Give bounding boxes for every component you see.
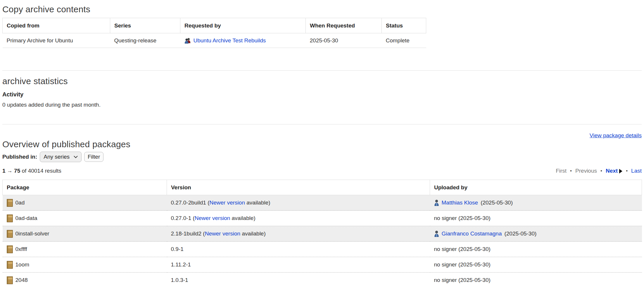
- person-icon: [434, 230, 439, 237]
- col-copied-from: Copied from: [3, 18, 110, 33]
- package-name: 0ad: [15, 200, 25, 206]
- series-select-value: Any series: [44, 154, 70, 160]
- filter-button[interactable]: Filter: [84, 152, 103, 162]
- upload-date: (2025-05-30): [458, 277, 491, 283]
- uploader-text: no signer: [434, 261, 457, 268]
- package-icon: [7, 245, 13, 253]
- uploader-text: no signer: [434, 246, 457, 252]
- col-when-requested: When Requested: [306, 18, 382, 33]
- package-row: 1oom 1.11.2-1 no signer (2025-05-30): [3, 257, 642, 273]
- package-icon: [7, 276, 13, 284]
- upload-date: (2025-05-30): [504, 230, 536, 237]
- copied-from-value: Primary Archive for Ubuntu: [3, 33, 110, 48]
- uploader-link[interactable]: Gianfranco Costamagna: [442, 230, 502, 237]
- col-package: Package: [3, 180, 167, 195]
- pagination-last[interactable]: Last: [631, 167, 642, 174]
- package-row: 0install-solver 2.18-1build2 (Newer vers…: [3, 226, 642, 242]
- pagination-separator: •: [570, 167, 572, 174]
- newer-version-link[interactable]: Newer version: [195, 215, 230, 221]
- uploader-link[interactable]: Matthias Klose: [442, 200, 478, 206]
- col-uploaded-by: Uploaded by: [430, 180, 642, 195]
- newer-version-link[interactable]: Newer version: [205, 230, 240, 237]
- person-icon: [434, 200, 439, 206]
- col-version: Version: [167, 180, 430, 195]
- package-row: 0ad 0.27.0-2build1 (Newer version availa…: [3, 195, 642, 211]
- packages-header-row: Package Version Uploaded by: [3, 180, 642, 195]
- copy-archive-header-row: Copied from Series Requested by When Req…: [3, 18, 426, 33]
- col-status: Status: [382, 18, 426, 33]
- col-series: Series: [110, 18, 180, 33]
- series-value: Questing-release: [110, 33, 180, 48]
- package-row: 0ad-data 0.27.0-1 (Newer version availab…: [3, 211, 642, 226]
- results-count: 1 → 75 of 40014 results: [2, 167, 61, 174]
- activity-text: 0 updates added during the past month.: [2, 101, 642, 108]
- series-select[interactable]: Any series: [40, 152, 82, 162]
- section-divider: [2, 124, 642, 124]
- team-icon: [184, 37, 191, 44]
- package-icon: [7, 199, 13, 207]
- activity-heading: Activity: [2, 91, 642, 98]
- archive-statistics-title: archive statistics: [2, 76, 642, 86]
- package-name: 0ad-data: [15, 215, 37, 221]
- published-in-label: Published in:: [2, 154, 37, 160]
- uploader-text: no signer: [434, 277, 457, 283]
- package-name: 2048: [15, 277, 28, 283]
- package-icon: [7, 230, 13, 238]
- view-package-details-link[interactable]: View package details: [590, 132, 642, 138]
- published-packages-title: Overview of published packages: [2, 139, 642, 149]
- copy-archive-title: Copy archive contents: [2, 4, 642, 14]
- newer-version-link[interactable]: Newer version: [210, 200, 245, 206]
- copy-archive-row: Primary Archive for Ubuntu Questing-rele…: [3, 33, 426, 48]
- pagination-separator: •: [626, 167, 628, 174]
- pagination-first: First: [556, 167, 567, 174]
- copy-archive-table: Copied from Series Requested by When Req…: [2, 18, 426, 48]
- package-name: 0install-solver: [15, 230, 49, 237]
- pagination-previous: Previous: [575, 167, 597, 174]
- page: Copy archive contents Copied from Series…: [0, 4, 644, 286]
- next-arrow-icon: [619, 169, 622, 174]
- packages-table: Package Version Uploaded by 0ad 0.27.0-2…: [2, 180, 642, 286]
- package-icon: [7, 261, 13, 269]
- chevron-down-icon: [74, 156, 78, 158]
- package-row: 2048 1.0.3-1 no signer (2025-05-30): [3, 273, 642, 286]
- col-requested-by: Requested by: [180, 18, 306, 33]
- pagination-next[interactable]: Next: [606, 168, 618, 174]
- section-divider: [2, 70, 642, 71]
- package-icon: [7, 214, 13, 222]
- status-value: Complete: [382, 33, 426, 48]
- pagination: First • Previous • Next • Last: [556, 167, 642, 174]
- upload-date: (2025-05-30): [481, 200, 513, 206]
- requested-by-link[interactable]: Ubuntu Archive Test Rebuilds: [194, 37, 266, 44]
- upload-date: (2025-05-30): [458, 261, 491, 268]
- package-row: 0xffff 0.9-1 no signer (2025-05-30): [3, 242, 642, 257]
- package-name: 0xffff: [15, 246, 27, 252]
- when-requested-value: 2025-05-30: [306, 33, 382, 48]
- upload-date: (2025-05-30): [458, 215, 491, 221]
- upload-date: (2025-05-30): [458, 246, 491, 252]
- uploader-text: no signer: [434, 215, 457, 221]
- package-name: 1oom: [15, 261, 30, 268]
- pagination-separator: •: [600, 167, 602, 174]
